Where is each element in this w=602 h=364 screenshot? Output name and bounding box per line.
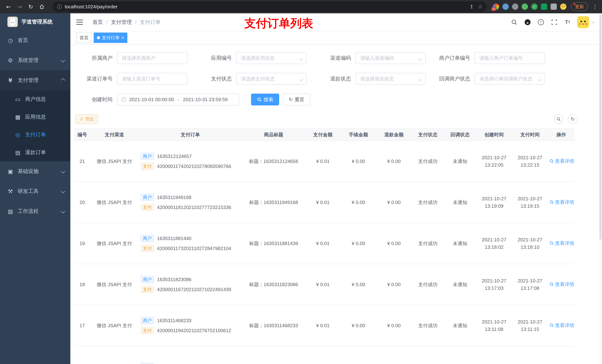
actions-cell: 查看详情 xyxy=(548,346,575,364)
toggle-search-button[interactable] xyxy=(554,114,563,124)
merchant-order-no: 1635311949168 xyxy=(157,195,191,200)
filter-label: 退款状态 xyxy=(312,75,351,82)
channel-code-input[interactable] xyxy=(359,55,422,62)
fullscreen-icon[interactable] xyxy=(550,19,558,26)
sidebar-item-workflow[interactable]: ▧ 工作流程 xyxy=(0,201,70,221)
title-cell: 标题： xyxy=(242,346,305,364)
sidebar-logo[interactable]: 芋道管理系统 xyxy=(0,13,70,30)
tab-home[interactable]: 首页 xyxy=(76,32,92,43)
breadcrumb-home[interactable]: 首页 xyxy=(93,19,103,26)
sidebar-item-dev-tools[interactable]: ⚒ 研发工具 xyxy=(0,181,70,201)
refresh-table-button[interactable]: ↻ xyxy=(568,114,578,124)
chevron-down-icon xyxy=(61,209,65,213)
extension-chat-icon[interactable] xyxy=(541,3,547,10)
user-avatar[interactable] xyxy=(577,16,595,28)
pay-status-select[interactable] xyxy=(236,73,307,85)
merchant-order-no-input[interactable] xyxy=(479,55,541,62)
channel-order-no: 4200001181202110277723215336 xyxy=(157,205,231,210)
close-icon[interactable]: × xyxy=(121,35,124,40)
pay-date: 2021-10-27 xyxy=(514,195,547,202)
tab-pay-order[interactable]: 支付订单 × xyxy=(94,32,127,43)
extension-icon-3[interactable] xyxy=(512,3,518,10)
title-prefix: 标题： xyxy=(249,199,264,205)
browser-address-bar[interactable]: ⓘ localhost:1024/pay/order ↥ ☆ xyxy=(53,1,487,12)
github-icon[interactable] xyxy=(524,19,531,26)
extension-icon-2[interactable] xyxy=(502,3,509,10)
extension-icon-1[interactable] xyxy=(493,3,499,10)
pay-time-cell: 2021-10-27 13:22:15 xyxy=(512,141,548,182)
font-size-icon[interactable]: TT xyxy=(564,19,571,26)
col-title: 商品标题 xyxy=(242,129,305,141)
clock-icon xyxy=(121,97,126,102)
share-icon[interactable]: ↥ xyxy=(470,4,474,10)
amount-cell: ¥ 0.01 xyxy=(305,264,341,305)
profile-avatar-icon[interactable]: ◠ xyxy=(560,3,567,10)
extension-icon-4[interactable] xyxy=(522,3,528,10)
view-detail-link[interactable]: 查看详情 xyxy=(549,240,574,247)
pay-time-cell: 2021-10-27 13:11:15 xyxy=(512,305,548,346)
sidebar-item-infra[interactable]: ▣ 基础设施 xyxy=(0,161,70,181)
info-icon[interactable]: ⓘ xyxy=(57,3,62,10)
page-scrollbar[interactable] xyxy=(599,13,602,364)
view-detail-link[interactable]: 查看详情 xyxy=(549,158,574,165)
export-button[interactable]: ⇩ 导出 xyxy=(75,114,98,124)
title-value: 1635311823086 xyxy=(264,282,298,287)
sidebar-item-home[interactable]: ◷ 首页 xyxy=(0,30,70,50)
extensions-puzzle-icon[interactable] xyxy=(550,3,557,10)
view-detail-link[interactable]: 查看详情 xyxy=(549,199,574,206)
view-detail-link[interactable]: 查看详情 xyxy=(549,281,574,288)
browser-menu-icon[interactable]: ⋮ xyxy=(592,4,598,10)
sidebar-item-refund-order[interactable]: ▤ 退款订单 xyxy=(0,144,70,161)
date-end-value[interactable]: 2021-10-31 23:59:59 xyxy=(183,97,227,103)
reset-button[interactable]: ↻ 重置 xyxy=(283,94,310,105)
pay-status-input[interactable] xyxy=(240,76,302,82)
pay-time: 13:22:15 xyxy=(514,161,547,169)
browser-refresh-button[interactable]: ↻ xyxy=(26,2,35,11)
browser-update-button[interactable]: 更新 xyxy=(571,2,588,11)
merchant-select[interactable] xyxy=(117,52,187,64)
refund-status-select[interactable] xyxy=(355,73,426,85)
sidebar-item-pay-order[interactable]: ◎ 支付订单 xyxy=(0,126,70,144)
filter-merchant-order-no: 商户订单编号 xyxy=(432,52,545,64)
notify-status-input[interactable] xyxy=(479,76,541,82)
channel-order-no-field[interactable] xyxy=(117,73,187,85)
scrollbar-thumb[interactable] xyxy=(599,14,602,240)
channel-code-select[interactable] xyxy=(355,52,426,64)
breadcrumb-separator: / xyxy=(135,19,137,25)
sidebar-item-merchant-info[interactable]: ▭ 商户信息 xyxy=(0,90,70,108)
pay-order-cell: 商户 1635311157186 支付 xyxy=(139,346,242,364)
status-cell: 支付成功 xyxy=(412,264,444,305)
browser-home-button[interactable] xyxy=(37,2,47,11)
date-start-value[interactable]: 2021-10-01 00:00:00 xyxy=(129,97,174,103)
extension-check-icon[interactable]: ✓ xyxy=(531,3,538,10)
bookmark-star-icon[interactable]: ☆ xyxy=(478,4,483,10)
browser-forward-button[interactable]: → xyxy=(15,2,24,11)
channel-order-no-input[interactable] xyxy=(121,76,183,82)
merchant-tag: 商户 xyxy=(141,235,154,242)
pay-time: 13:11:15 xyxy=(514,325,547,333)
orders-table-body: 21 微信 JSAPI 支付 商户 1635312124657 支付 42000… xyxy=(74,141,575,364)
search-button[interactable]: 搜索 xyxy=(251,94,279,105)
search-icon[interactable] xyxy=(511,19,518,26)
channel-order-line: 支付 4200001167202110271022491439 xyxy=(141,286,241,293)
app-select[interactable] xyxy=(236,52,307,64)
help-icon[interactable]: ? xyxy=(537,19,545,26)
url-text[interactable]: localhost:1024/pay/order xyxy=(65,4,465,10)
notify-status-select[interactable] xyxy=(475,73,545,85)
date-range-picker[interactable]: 2021-10-01 00:00:00 - 2021-10-31 23:59:5… xyxy=(117,94,239,105)
search-icon xyxy=(549,200,554,204)
sidebar-item-system[interactable]: ⚙ 系统管理 xyxy=(0,50,70,70)
filter-app: 应用编号 xyxy=(193,52,307,64)
refund-status-input[interactable] xyxy=(359,76,422,82)
app-input[interactable] xyxy=(240,55,302,62)
merchant-input[interactable] xyxy=(121,55,183,62)
sidebar-item-payment[interactable]: ¥ 支付管理 xyxy=(0,70,70,90)
view-detail-link[interactable]: 查看详情 xyxy=(549,322,574,329)
browser-back-button[interactable]: ← xyxy=(4,2,13,11)
title-prefix: 标题： xyxy=(249,241,264,246)
merchant-order-no-field[interactable] xyxy=(475,52,545,64)
pay-date: 2021-10-27 xyxy=(514,154,547,161)
breadcrumb-payment[interactable]: 支付管理 xyxy=(111,19,132,26)
sidebar-toggle-icon[interactable] xyxy=(76,20,83,25)
sidebar-item-app-info[interactable]: ▦ 应用信息 xyxy=(0,108,70,126)
